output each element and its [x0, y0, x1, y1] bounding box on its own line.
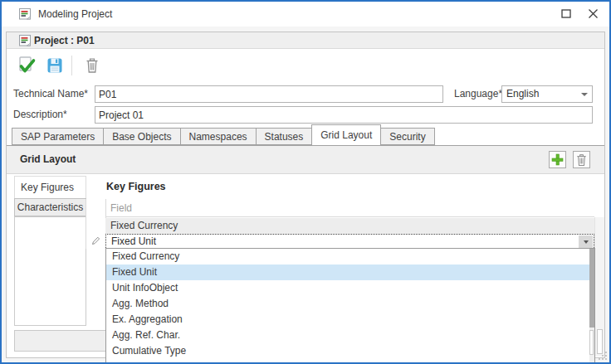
tab-label: Namespaces: [189, 131, 247, 143]
dropdown-items: Fixed Currency Fixed Unit Unit InfoObjec…: [106, 249, 594, 362]
modeling-project-dialog: Modeling Project Project : P01 Technical…: [0, 0, 611, 364]
toolbar-separator: [71, 56, 72, 75]
section-title: Key Figures: [106, 176, 166, 198]
field-dropdown-list: Fixed Currency Fixed Unit Unit InfoObjec…: [105, 248, 595, 362]
chevron-down-icon: [584, 240, 589, 246]
maximize-button[interactable]: [555, 2, 578, 25]
tab-grid-layout[interactable]: Grid Layout: [311, 124, 381, 145]
grid-row-fixed-currency[interactable]: Fixed Currency: [105, 218, 594, 234]
technical-name-label: Technical Name*: [13, 85, 88, 103]
dropdown-item-value-char[interactable]: Value Char.: [106, 359, 594, 362]
dropdown-item-unit-infoobject[interactable]: Unit InfoObject: [106, 280, 594, 296]
tab-namespaces[interactable]: Namespaces: [180, 128, 257, 145]
trash-icon: [86, 57, 99, 74]
tab-strip: SAP Parameters Base Objects Namespaces S…: [12, 124, 434, 145]
dropdown-item-fixed-unit[interactable]: Fixed Unit: [106, 265, 594, 280]
grid-layout-title: Grid Layout: [20, 146, 76, 173]
description-label: Description*: [13, 106, 67, 124]
grid-gutter-line: [86, 199, 86, 249]
project-header: Project : P01: [7, 32, 604, 49]
tab-sap-parameters[interactable]: SAP Parameters: [12, 128, 104, 145]
add-button[interactable]: [549, 151, 566, 168]
pencil-icon: [90, 235, 101, 246]
project-icon: [18, 34, 32, 47]
technical-name-input[interactable]: [95, 85, 443, 103]
dropdown-item-ex-aggregation[interactable]: Ex. Aggregation: [106, 312, 594, 328]
tab-label: SAP Parameters: [21, 131, 95, 143]
left-tab-characteristics[interactable]: Characteristics: [14, 198, 86, 216]
language-value: English: [506, 86, 539, 102]
dropdown-item-agg-method[interactable]: Agg. Method: [106, 296, 594, 312]
resize-grip-icon[interactable]: [597, 350, 607, 360]
tab-security[interactable]: Security: [380, 128, 434, 145]
dropdown-scrollbar-thumb[interactable]: [589, 249, 594, 328]
save-floppy-icon: [46, 57, 63, 74]
language-label: Language*: [454, 85, 502, 103]
chevron-down-icon: [581, 93, 588, 99]
close-button[interactable]: [581, 2, 604, 25]
close-icon: [588, 8, 599, 19]
grid-vertical-scrollbar[interactable]: [594, 217, 604, 357]
tab-label: Grid Layout: [320, 129, 372, 141]
editor-dropdown-button[interactable]: [579, 235, 593, 248]
dropdown-item-agg-ref-char[interactable]: Agg. Ref. Char.: [106, 328, 594, 343]
dropdown-item-cumulative-type[interactable]: Cumulative Type: [106, 343, 594, 359]
tab-label: Statuses: [265, 131, 304, 143]
maximize-icon: [561, 9, 571, 18]
field-editor-value: Fixed Unit: [111, 235, 156, 247]
tab-label: Base Objects: [112, 131, 171, 143]
left-tabs-empty-area: [14, 216, 86, 326]
title-bar: Modeling Project: [2, 2, 609, 27]
check-document-icon: [17, 56, 37, 75]
dropdown-item-fixed-currency[interactable]: Fixed Currency: [106, 249, 594, 265]
tab-statuses[interactable]: Statuses: [256, 128, 313, 145]
tab-base-objects[interactable]: Base Objects: [103, 128, 180, 145]
delete-button[interactable]: [81, 55, 103, 76]
save-button[interactable]: [44, 55, 66, 76]
validate-button[interactable]: [16, 55, 37, 76]
tab-label: Security: [389, 131, 425, 143]
delete-row-button[interactable]: [573, 151, 590, 168]
modeling-project-icon: [18, 7, 32, 21]
description-input[interactable]: [95, 106, 593, 124]
dropdown-scrollbar-track[interactable]: [589, 330, 594, 355]
column-header-field: Field: [105, 199, 594, 217]
plus-icon: [551, 153, 564, 166]
left-tab-key-figures[interactable]: Key Figures: [14, 176, 86, 198]
trash-icon: [576, 153, 587, 167]
dropdown-scrollbar[interactable]: [589, 249, 594, 362]
language-select[interactable]: English: [501, 85, 593, 103]
project-header-title: Project : P01: [34, 32, 95, 49]
window-title: Modeling Project: [38, 2, 112, 27]
grid-layout-header: Grid Layout: [7, 146, 604, 174]
